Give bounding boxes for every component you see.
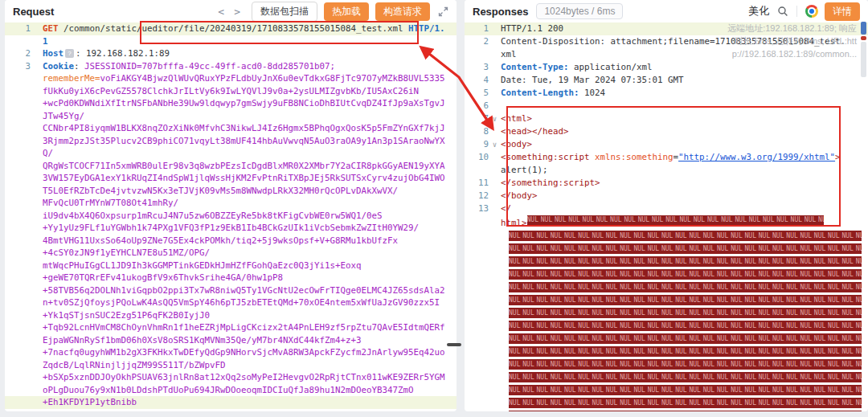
nul-bytes-row: NUL NUL NUL NUL NUL NUL NUL NUL NUL NUL … [509, 295, 862, 305]
code-line: +58TVB56q2DOLNh1viGqpbO2ppi3Tx7wR8niwQ5T… [5, 284, 457, 297]
code-token: <html> [501, 113, 532, 124]
code-token: EjpaWGNnRySf1bmD06h0XsV8oSRS1KqMVNm35Qe/… [43, 335, 362, 345]
responses-title: Responses [473, 6, 528, 18]
code-token: JTw45Yg/ [43, 111, 84, 121]
code-token: iU9dv4bX4Q6Oxpsurp1mRcuJ4N7u5zw6OBZZEyRe… [43, 211, 383, 221]
code-line: +bSXp5xznDDJOyOkhPSUAV63jnlRn8at12xQq2so… [5, 371, 457, 384]
code-token: QRgWsTCOCF71In5xmWRB0ulEr98v3q8wzbPEzsIc… [43, 161, 445, 171]
header-divider [796, 6, 797, 17]
code-line: 13</ [465, 202, 868, 215]
fold-chevron-icon[interactable]: ∨ [489, 112, 501, 125]
response-editor[interactable]: 1HTTP/1.1 2002Content-Disposition: attac… [465, 22, 868, 411]
code-token: : 192.168.182.1:89 [76, 48, 170, 59]
code-line: 7∨<html> [465, 112, 868, 125]
code-token: +Tqb92LcnHVmCM8ChOynVhmRn1f1heEZRjMpLigC… [43, 322, 445, 333]
code-line: JTw45Yg/ [5, 110, 457, 123]
code-token: Content-Length: [501, 88, 579, 98]
code-line: +Eh1KFDY1P1ytBnibb [5, 396, 457, 409]
host-hint-icon: ? [65, 49, 74, 58]
line-number: 1 [465, 22, 489, 35]
code-line: 3Cookie: JSESSIONID=707bfffa-49cc-49ff-a… [5, 60, 457, 73]
code-token: oPLgDuou76y9xN1b0LDdshPTdUoPu694JRwDOoeo… [43, 385, 414, 395]
code-line: 2Content-Disposition: attachment;filenam… [465, 35, 868, 48]
response-panel-header: Responses 1024bytes / 6ms 美化 详情 [465, 0, 868, 22]
code-token: 3Rjmm2pzJSt35Plucv2CB9phiCO71vqyLt38mUF4… [43, 136, 445, 146]
code-line: 1HTTP/1.1 200 [465, 22, 868, 35]
code-line: 4BmtVHG11UxsSo64oUp9ZNe7G5Ex4ckPOMkh/tiq… [5, 235, 457, 247]
scrollbar-marker-red [861, 36, 866, 40]
chrome-browser-icon[interactable] [805, 5, 818, 18]
code-line: ZqdcB/LqlRNinjljjqZM99S511T/bZWpvFD [5, 359, 457, 372]
nul-bytes-row: NUL NUL NUL NUL NUL NUL NUL NUL NUL NUL … [509, 256, 862, 267]
hot-reload-button[interactable]: 热加载 [324, 2, 369, 21]
code-token: application/xml [569, 62, 653, 72]
code-token: +Yk1qSTjsnSUC2Ezg51P6qFK2B0IyjJ0 [43, 310, 210, 321]
code-line: +Tqb92LcnHVmCM8ChOynVhmRn1f1heEZRjMpLigC… [5, 321, 457, 334]
fold-chevron-icon[interactable]: ∨ [489, 138, 501, 151]
code-line: 1 [5, 35, 457, 48]
packet-scan-button[interactable]: 数据包扫描 [252, 2, 317, 22]
line-number: 1 [5, 22, 31, 35]
code-token: +58TVB56q2DOLNh1viGqpbO2ppi3Tx7wR8niwQ5T… [43, 285, 445, 296]
code-token: mtWqcPHuIGgCL1JD9Ih3kGGMPTinkGEDkHJmHZfF… [43, 260, 362, 271]
code-token: 3VW157EyDGA1exY1kRUqZI4ndSpW1jlqWssHjKM2… [43, 173, 445, 183]
code-line: 12</body> [465, 190, 868, 202]
beautify-button[interactable]: 美化 [748, 4, 769, 18]
code-line: rememberMe=voFiAKGY4BjwzQlWUvQRuxYPzFLdb… [5, 72, 457, 85]
code-token: </body> [501, 190, 538, 201]
code-token: rememberMe= [43, 73, 100, 84]
code-line: 3Rjmm2pzJSt35Plucv2CB9phiCO71vqyLt38mUF4… [5, 135, 457, 148]
nul-bytes-row: NUL NUL NUL NUL NUL NUL NUL NUL NUL NUL … [509, 282, 862, 292]
code-token: +4cSY0zJN9f1yEYHCLN7E8u51MZ/OPG/ [43, 247, 210, 258]
request-editor[interactable]: 1GET /common/static/ueditor/file/2024031… [5, 22, 457, 411]
code-line: +Yk1qSTjsnSUC2Ezg51P6qFK2B0IyjJ0 [5, 309, 457, 322]
code-token: "http://www.w3.org/1999/xhtml" [678, 152, 835, 162]
line-number: 3 [5, 60, 31, 73]
line-number: 12 [465, 190, 489, 202]
code-token: <head></head> [501, 126, 569, 137]
fullscreen-icon[interactable] [438, 6, 448, 17]
build-request-button[interactable]: 构造请求 [375, 2, 430, 21]
scrollbar-thumb[interactable] [861, 42, 866, 77]
detail-button[interactable]: 详情 [825, 2, 860, 21]
history-prev-icon[interactable]: < [213, 6, 229, 18]
code-token: xml [501, 49, 517, 59]
code-token: Content-Disposition: attachment;filename… [501, 36, 845, 47]
code-line: Q/ [5, 147, 457, 160]
line-number: 9 [465, 138, 489, 151]
code-line: CCNbr4PI8iyqmW1BLKX8nqZOzXiNk0MfvhC3Nikw… [5, 122, 457, 135]
search-icon[interactable] [777, 6, 788, 17]
code-token: Accept [43, 410, 74, 412]
nul-bytes-row: NUL NUL NUL NUL NUL NUL NUL NUL NUL NUL … [509, 308, 862, 318]
code-token: T5L0EfRZbTcDe4jvtvzwN5Kx3eTJVjK09vMs5m8W… [43, 186, 398, 196]
code-line: alert(1); [465, 164, 868, 177]
line-number: 4 [465, 74, 489, 87]
code-token: Content-Type: [501, 62, 569, 72]
code-line: T5L0EfRZbTcDe4jvtvzwN5Kx3eTJVjK09vMs5m8W… [5, 185, 457, 198]
code-token: voFiAKGY4BjwzQlWUvQRuxYPzFLdbUyJnX6u0evT… [100, 73, 445, 84]
code-token: </ [501, 203, 511, 214]
line-number: 8 [465, 125, 489, 138]
line-number: 3 [465, 61, 489, 74]
code-token: +7nacfq0ugyhWM1b2gX3FKHkxTwDEfyQdGp9NHor… [43, 347, 445, 358]
panel-resize-handle[interactable] [447, 343, 461, 346]
nul-bytes-row: NUL NUL NUL NUL NUL NUL NUL NUL NUL NUL … [509, 385, 862, 395]
code-token: HTTP/1.1 200 [501, 23, 563, 34]
line-number: 2 [465, 35, 489, 48]
code-token: : [74, 61, 84, 72]
code-token: +geWE70TQRrEFv41ukogBfV9x6ThvkSrihe4GA/0… [43, 272, 283, 283]
code-token: GET [43, 23, 63, 34]
code-line: 9∨<body> [465, 138, 868, 151]
request-panel-header: Request < > 数据包扫描 热加载 构造请求 [5, 0, 457, 22]
code-line: xml [465, 48, 868, 61]
code-token: CCNbr4PI8iyqmW1BLKX8nqZOzXiNk0MfvhC3Nikw… [43, 123, 445, 133]
http-debugger-window: Request < > 数据包扫描 热加载 构造请求 1GET /common/… [0, 0, 868, 417]
code-line: QRgWsTCOCF71In5xmWRB0ulEr98v3q8wzbPEzsIc… [5, 160, 457, 173]
history-next-icon[interactable]: > [229, 6, 245, 18]
code-token: <body> [501, 139, 532, 149]
code-token: n+tv0SZjQfoysjPQoLwK4AsQQ5VmSpY46h6pTJ5z… [43, 297, 440, 308]
code-line: html>NUL NUL NUL NUL NUL NUL NUL NUL NUL… [465, 215, 868, 228]
code-line: EjpaWGNnRySf1bmD06h0XsV8oSRS1KqMVNm35Qe/… [5, 334, 457, 347]
nul-bytes-row: NUL NUL NUL NUL NUL NUL NUL NUL NUL NUL … [509, 243, 862, 254]
response-panel: Responses 1024bytes / 6ms 美化 详情 远端地址:192… [465, 0, 868, 411]
